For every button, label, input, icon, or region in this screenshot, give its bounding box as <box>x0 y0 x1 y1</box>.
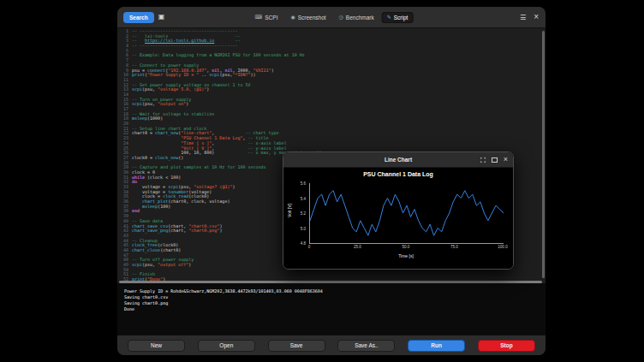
stop-button[interactable]: Stop <box>478 340 535 352</box>
code-text: scpi(psu, "output off") <box>132 263 191 268</box>
code-text: while (clock < 100) <box>132 175 181 181</box>
desktop: { "header": { "search_label": "Search", … <box>0 0 644 362</box>
chart-line-series <box>310 191 504 236</box>
chart-window-controls: × <box>480 152 508 167</box>
menu-icon[interactable]: ☰ <box>520 14 526 21</box>
tab-script[interactable]: ✎ Script <box>382 12 414 23</box>
x-ticks: 025.050.075.0100.0 <box>309 244 503 250</box>
x-tick-label: 100.0 <box>498 245 507 249</box>
code-text: chart_close(chart0) <box>132 248 181 253</box>
code-text: end <box>132 209 140 214</box>
run-button[interactable]: Run <box>408 340 465 352</box>
x-tick-label: 75.0 <box>450 245 458 249</box>
y-ticks: 5.65.45.25.04.8 <box>287 183 307 243</box>
y-tick-label: 4.8 <box>301 241 306 246</box>
code-text: -- Example: Data logging from a NGM202 P… <box>132 53 305 58</box>
new-button[interactable]: New <box>128 340 185 352</box>
vertical-scrollbar[interactable] <box>542 31 545 278</box>
x-axis-label: Time [s] <box>309 253 503 258</box>
x-tick-label: 25.0 <box>354 245 361 249</box>
code-text: clock0 = clock_new() <box>132 156 183 161</box>
tab-screenshot[interactable]: ◉ Screenshot <box>285 12 331 23</box>
script-icon: ✎ <box>387 15 391 20</box>
line-chart-window: Line Chart × PSU Channel 1 Data Log Volt… <box>283 151 514 270</box>
code-text: scpi(psu, "voltage 5.0, (@1)") <box>132 87 209 92</box>
tab-label: Script <box>394 15 408 21</box>
code-text: chart_save_png(chart, "chart0.png") <box>132 228 222 234</box>
camera-icon: ◉ <box>290 15 295 20</box>
timer-icon: ◷ <box>339 15 343 20</box>
save-button[interactable]: Save <box>268 340 325 352</box>
code-text: print("Power Supply ID = " .. scpi(psu,"… <box>132 73 256 78</box>
chart-plot-svg <box>310 183 504 243</box>
tab-label: SCPI <box>265 15 277 21</box>
tab-label: Screenshot <box>298 15 326 21</box>
sidebar-toggle-icon[interactable]: ▣ <box>158 14 165 21</box>
x-tick-label: 0 <box>308 245 311 249</box>
console-line: Saving chart0.csv <box>124 294 546 300</box>
horizontal-scrollbar[interactable] <box>117 281 546 283</box>
y-tick-label: 5.4 <box>301 196 306 200</box>
console-line: Saving chart0.png <box>124 300 546 306</box>
x-tick-label: 50.0 <box>402 245 410 249</box>
chart-canvas: PSU Channel 1 Data Log Volt [V] 5.65.45.… <box>283 168 513 270</box>
y-tick-label: 5.0 <box>301 226 306 230</box>
y-tick-label: 5.6 <box>301 181 306 186</box>
open-button[interactable]: Open <box>198 340 255 352</box>
y-tick-label: 5.2 <box>301 211 306 216</box>
terminal-icon: ⌨ <box>255 15 263 20</box>
chart-window-title: Line Chart <box>385 157 412 163</box>
code-text: -- -------------------------------------… <box>132 44 237 49</box>
tab-label: Benchmark <box>346 15 374 21</box>
chart-title: PSU Channel 1 Data Log <box>283 168 513 177</box>
plot-area <box>309 183 504 244</box>
action-bar: New Open Save Save As.. Run Stop <box>117 335 546 355</box>
search-button[interactable]: Search <box>123 12 154 23</box>
console-line: Power Supply ID = Rohde&Schwarz,NGM202,3… <box>124 288 546 294</box>
tab-benchmark[interactable]: ◷ Benchmark <box>334 12 379 23</box>
console-line: Done <box>124 306 546 312</box>
code-text: msleep(1000) <box>132 116 163 122</box>
console-output: Power Supply ID = Rohde&Schwarz,NGM202,3… <box>117 283 546 335</box>
chart-window-title-bar[interactable]: Line Chart × <box>283 152 513 168</box>
window-controls: ☰ × <box>520 13 539 21</box>
save-as-button[interactable]: Save As.. <box>337 340 395 352</box>
tab-bar: ⌨ SCPI ◉ Screenshot ◷ Benchmark ✎ Script <box>250 12 414 23</box>
code-text: scpi(psu, "output on") <box>132 102 188 107</box>
horizontal-scrollbar-thumb[interactable] <box>119 281 542 283</box>
header-bar[interactable]: Search ▣ ⌨ SCPI ◉ Screenshot ◷ Benchmark… <box>117 7 546 28</box>
tab-scpi[interactable]: ⌨ SCPI <box>250 12 283 23</box>
close-icon[interactable]: × <box>504 156 508 163</box>
maximize-icon[interactable] <box>492 157 498 163</box>
fullscreen-icon[interactable] <box>480 157 486 163</box>
close-icon[interactable]: × <box>534 13 539 21</box>
